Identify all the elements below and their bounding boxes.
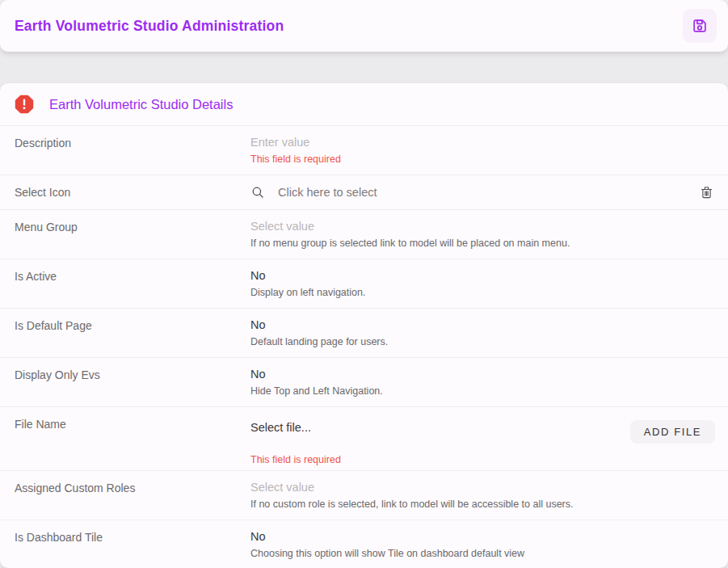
display-only-evs-helper: Hide Top and Left Navigation.: [250, 385, 715, 397]
menu-group-helper: If no menu group is selected link to mod…: [250, 238, 715, 249]
assigned-custom-roles-label: Assigned Custom Roles: [0, 471, 250, 520]
search-icon: [250, 185, 265, 200]
details-panel: Earth Volumetric Studio Details Descript…: [0, 83, 728, 568]
file-name-label: File Name: [0, 407, 250, 470]
file-name-error: This field is required: [250, 454, 341, 465]
menu-group-select[interactable]: Select value: [250, 220, 715, 233]
display-only-evs-label: Display Only Evs: [0, 358, 250, 406]
row-is-dashboard-tile: Is Dashboard Tile No Choosing this optio…: [0, 520, 728, 568]
app-header: Earth Volumetric Studio Administration: [0, 0, 728, 52]
is-active-label: Is Active: [0, 259, 250, 308]
is-default-page-helper: Default landing page for users.: [250, 336, 715, 347]
row-select-icon: Select Icon Click here to select: [0, 175, 728, 209]
is-default-page-label: Is Default Page: [0, 309, 250, 357]
is-default-page-toggle[interactable]: No: [250, 318, 715, 331]
description-error: This field is required: [250, 154, 715, 165]
row-description: Description Enter value This field is re…: [0, 125, 728, 175]
row-menu-group: Menu Group Select value If no menu group…: [0, 209, 728, 259]
icon-picker-text: Click here to select: [278, 186, 377, 199]
page-title: Earth Volumetric Studio Administration: [15, 18, 284, 35]
is-active-helper: Display on left navigation.: [250, 287, 715, 298]
is-active-toggle[interactable]: No: [250, 269, 715, 282]
row-file-name: File Name Select file... This field is r…: [0, 406, 728, 470]
row-display-only-evs: Display Only Evs No Hide Top and Left Na…: [0, 357, 728, 406]
panel-title: Earth Volumetric Studio Details: [49, 97, 233, 112]
is-dashboard-tile-helper: Choosing this option will show Tile on d…: [250, 548, 715, 559]
is-dashboard-tile-label: Is Dashboard Tile: [0, 520, 250, 568]
is-dashboard-tile-toggle[interactable]: No: [250, 530, 715, 543]
add-file-button[interactable]: ADD FILE: [630, 420, 715, 444]
file-select-text[interactable]: Select file...: [250, 421, 341, 434]
description-label: Description: [0, 126, 250, 175]
display-only-evs-toggle[interactable]: No: [250, 368, 715, 381]
icon-picker-field[interactable]: Click here to select: [250, 183, 728, 201]
assigned-custom-roles-select[interactable]: Select value: [250, 481, 715, 494]
save-button[interactable]: [683, 9, 717, 43]
alert-octagon-icon: [15, 95, 34, 114]
row-is-active: Is Active No Display on left navigation.: [0, 259, 728, 308]
trash-button[interactable]: [698, 183, 715, 201]
menu-group-label: Menu Group: [0, 210, 250, 259]
row-assigned-custom-roles: Assigned Custom Roles Select value If no…: [0, 470, 728, 520]
trash-icon: [700, 185, 713, 200]
assigned-custom-roles-helper: If no custom role is selected, link to m…: [250, 499, 715, 510]
details-panel-header: Earth Volumetric Studio Details: [0, 83, 728, 125]
select-icon-label: Select Icon: [0, 175, 250, 209]
save-icon: [691, 17, 709, 35]
description-input[interactable]: Enter value: [250, 136, 715, 149]
row-is-default-page: Is Default Page No Default landing page …: [0, 308, 728, 357]
